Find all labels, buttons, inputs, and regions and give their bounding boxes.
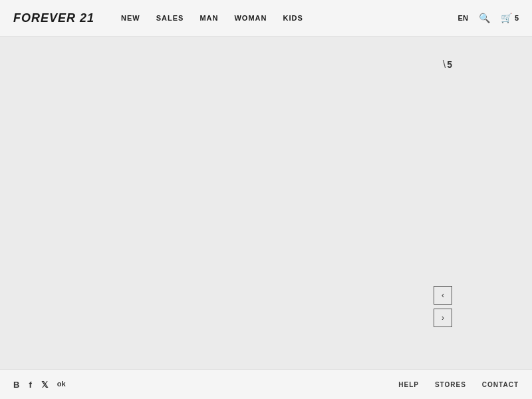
cart-icon: 🛒 (501, 13, 512, 23)
nav-item-woman[interactable]: WOMAN (234, 14, 267, 22)
carousel-controls: ‹ › (434, 286, 452, 327)
footer-links: HELP STORES CONTACT (398, 381, 519, 388)
discount-value: 5 (447, 59, 452, 70)
footer-link-help[interactable]: HELP (398, 381, 419, 388)
facebook-icon[interactable]: f (29, 380, 31, 390)
main-nav: NEW SALES MAN WOMAN KIDS (121, 14, 458, 22)
cart-button[interactable]: 🛒 5 (501, 13, 519, 23)
social-icons: B f 𝕏 ok (13, 380, 398, 390)
nav-item-man[interactable]: MAN (200, 14, 218, 22)
main-content (0, 37, 532, 369)
blog-icon[interactable]: B (13, 380, 19, 390)
carousel-prev-button[interactable]: ‹ (434, 286, 452, 305)
cart-count: 5 (515, 14, 519, 22)
nav-item-kids[interactable]: KIDS (283, 14, 303, 22)
carousel-next-button[interactable]: › (434, 309, 452, 327)
odnoklassniki-icon[interactable]: ok (57, 380, 66, 390)
logo[interactable]: FOREVER 21 (13, 11, 94, 25)
footer-link-contact[interactable]: CONTACT (482, 381, 519, 388)
discount-strikethrough-icon: \ (443, 59, 446, 70)
twitter-icon[interactable]: 𝕏 (41, 380, 48, 390)
header-actions: EN 🔍 🛒 5 (458, 13, 519, 23)
search-icon[interactable]: 🔍 (479, 13, 490, 23)
nav-item-sales[interactable]: SALES (156, 14, 184, 22)
footer: B f 𝕏 ok HELP STORES CONTACT (0, 369, 532, 399)
discount-badge: \ 5 (443, 59, 452, 70)
language-selector[interactable]: EN (458, 14, 468, 22)
footer-link-stores[interactable]: STORES (435, 381, 466, 388)
nav-item-new[interactable]: NEW (121, 14, 140, 22)
header: FOREVER 21 NEW SALES MAN WOMAN KIDS EN 🔍… (0, 0, 532, 37)
